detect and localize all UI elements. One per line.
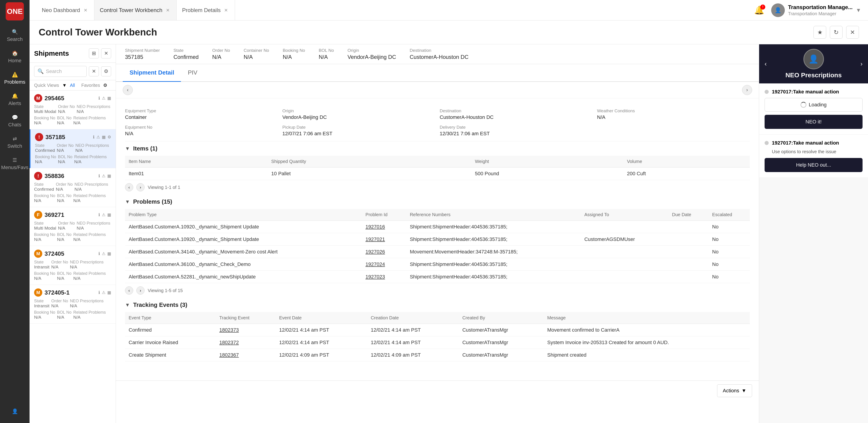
event-date-cell: 12/02/21 4:14 am PST bbox=[276, 324, 367, 336]
problem-id-cell[interactable]: 1927024 bbox=[362, 258, 406, 271]
order-no-label: Order No bbox=[212, 48, 230, 53]
shipment-search-input[interactable]: 🔍 Search bbox=[34, 66, 87, 77]
notification-badge: ! bbox=[760, 4, 765, 9]
field-equipment-no: Equipment No N/A bbox=[125, 125, 278, 137]
shipment-id: 357185 bbox=[45, 134, 65, 141]
menus-icon: ☰ bbox=[12, 157, 17, 163]
creation-date-cell: 12/02/21 4:14 am PST bbox=[367, 324, 459, 336]
star-button[interactable]: ★ bbox=[813, 26, 826, 39]
main-area: Control Tower Workbench ★ ↻ ✕ Shipments … bbox=[30, 21, 868, 423]
problems-section-header[interactable]: ▼ Problems (15) bbox=[125, 194, 750, 209]
tracking-table: Event Type Tracking Event Event Date Cre… bbox=[125, 312, 750, 361]
col-shipped-qty: Shipped Quantity bbox=[268, 156, 471, 168]
tab-control-workbench[interactable]: Control Tower Workbench ✕ bbox=[94, 0, 177, 20]
shipment-list-item-358836[interactable]: ! 358836 ℹ ⚠ ▦ StateConfirmed Order NoN/… bbox=[30, 168, 116, 207]
shipment-item-icons: ℹ ⚠ ▦ bbox=[98, 290, 111, 295]
sidebar-item-problems[interactable]: ⚠️ Problems bbox=[0, 68, 30, 89]
field-weather: Weather Conditions N/A bbox=[597, 109, 750, 120]
help-neo-button[interactable]: Help NEO out... bbox=[765, 158, 863, 172]
close-button[interactable]: ✕ bbox=[846, 26, 859, 39]
tab-shipment-detail[interactable]: Shipment Detail bbox=[123, 64, 181, 82]
search-icon: 🔍 bbox=[37, 68, 44, 74]
shipment-badge: M bbox=[34, 249, 42, 258]
notifications-btn[interactable]: 🔔 ! bbox=[754, 5, 764, 15]
shipments-panel: Shipments ⊞ ✕ 🔍 Search ✕ ⚙ Quick Views ▼ bbox=[30, 44, 116, 423]
actions-button[interactable]: Actions ▼ bbox=[717, 384, 752, 397]
close-shipments-button[interactable]: ✕ bbox=[101, 49, 111, 58]
info-order-no: Order No N/A bbox=[212, 48, 230, 60]
chevron-down-icon: ▼ bbox=[62, 83, 67, 88]
prev-arrow[interactable]: ‹ bbox=[123, 85, 133, 95]
problem-id-cell[interactable]: 1927023 bbox=[362, 271, 406, 283]
tab-label: Problem Details bbox=[182, 7, 220, 13]
neo-loading-button[interactable]: Loading bbox=[765, 98, 863, 112]
tracking-section-header[interactable]: ▼ Tracking Events (3) bbox=[125, 298, 750, 312]
filter-options-button[interactable]: ⚙ bbox=[101, 66, 111, 77]
volume-cell: 200 Cuft bbox=[623, 168, 750, 180]
problems-pagination-text: Viewing 1-5 of 15 bbox=[148, 288, 183, 293]
sidebar-item-home[interactable]: 🏠 Home bbox=[0, 47, 30, 68]
user-name: Transportation Manage... bbox=[788, 4, 852, 11]
booking-no-value: N/A bbox=[283, 54, 305, 60]
shipment-list-item-295465[interactable]: M 295465 ℹ ⚠ ▦ StateMulti Modal Order No… bbox=[30, 90, 116, 129]
items-next-btn[interactable]: › bbox=[136, 183, 145, 191]
filter-icon: ⚙ bbox=[103, 83, 107, 88]
problem-type-cell: AlertBased.CustomerA.10920._dynamic_Ship… bbox=[125, 221, 362, 233]
refresh-button[interactable]: ↻ bbox=[830, 26, 842, 39]
clear-search-button[interactable]: ✕ bbox=[89, 66, 99, 77]
tab-problem-details[interactable]: Problem Details ✕ bbox=[177, 0, 235, 20]
neo-it-button[interactable]: NEO it! bbox=[765, 115, 863, 129]
shipment-list-item-369271[interactable]: F 369271 ℹ ⚠ ▦ StateMulti Modal Order No… bbox=[30, 207, 116, 246]
user-menu[interactable]: 👤 Transportation Manage... Transportatio… bbox=[771, 3, 861, 17]
tab-close-neo-dashboard[interactable]: ✕ bbox=[82, 7, 89, 13]
exclamation-icon: ⚠ bbox=[102, 251, 105, 256]
problem-id-cell[interactable]: 1927016 bbox=[362, 221, 406, 233]
next-arrow[interactable]: › bbox=[742, 85, 752, 95]
sidebar-item-label: Menus/Favs bbox=[1, 164, 28, 171]
problem-id-cell[interactable]: 1927026 bbox=[362, 246, 406, 258]
tracking-toggle-icon: ▼ bbox=[125, 302, 130, 308]
sidebar-item-chats[interactable]: 💬 Chats bbox=[0, 111, 30, 132]
items-prev-btn[interactable]: ‹ bbox=[125, 183, 133, 191]
neo-next-btn[interactable]: › bbox=[861, 60, 863, 67]
field-pickup-date: Pickup Date 12/07/21 7:06 am EST bbox=[282, 125, 435, 137]
tracking-event-cell[interactable]: 1802372 bbox=[216, 336, 276, 349]
reference-numbers-cell: Shipment:ShipmentHeader:404536:357185; bbox=[406, 271, 581, 283]
origin-value: VendorA-Beijing DC bbox=[347, 54, 396, 60]
sidebar-item-menus-favs[interactable]: ☰ Menus/Favs bbox=[0, 153, 30, 175]
page-title: Control Tower Workbench bbox=[39, 27, 157, 38]
sidebar-item-search[interactable]: 🔍 Search bbox=[0, 25, 30, 47]
tab-piv[interactable]: PIV bbox=[181, 64, 204, 82]
problems-prev-btn[interactable]: ‹ bbox=[125, 286, 133, 295]
sidebar-item-alerts[interactable]: 🔔 Alerts bbox=[0, 89, 30, 111]
problems-next-btn[interactable]: › bbox=[136, 286, 145, 295]
neo-msg2-dot bbox=[765, 141, 769, 145]
tab-close-problem-details[interactable]: ✕ bbox=[223, 7, 229, 13]
shipment-id: 372405-1 bbox=[44, 289, 69, 296]
filter-button[interactable]: ⊞ bbox=[89, 49, 99, 58]
table-row: AlertBased.CustomerA.36100._dynamic_Chec… bbox=[125, 258, 750, 271]
shipment-list-item-372405-1[interactable]: M 372405-1 ℹ ⚠ ▦ StateIntransit Order No… bbox=[30, 285, 116, 324]
detail-grid: Equipment Type Container Origin VendorA-… bbox=[125, 104, 750, 141]
equipment-type-label: Equipment Type bbox=[125, 109, 278, 114]
settings-icon: ⚙ bbox=[107, 134, 111, 140]
shipment-list-item-372405[interactable]: M 372405 ℹ ⚠ ▦ StateIntransit Order NoN/… bbox=[30, 246, 116, 285]
created-by-cell: CustomerATransMgr bbox=[459, 349, 544, 361]
tab-neo-dashboard[interactable]: Neo Dashboard ✕ bbox=[36, 0, 94, 20]
switch-icon: ⇄ bbox=[13, 136, 17, 142]
neo-prev-btn[interactable]: ‹ bbox=[765, 60, 767, 67]
sidebar-item-switch[interactable]: ⇄ Switch bbox=[0, 132, 30, 153]
col-event-type: Event Type bbox=[125, 312, 216, 324]
due-date-cell bbox=[669, 246, 709, 258]
sidebar-item-profile[interactable]: 👤 bbox=[9, 404, 20, 419]
problem-id-cell[interactable]: 1927021 bbox=[362, 233, 406, 246]
equipment-no-value: N/A bbox=[125, 131, 278, 137]
col-problem-id: Problem Id bbox=[362, 209, 406, 221]
tab-close-workbench[interactable]: ✕ bbox=[164, 7, 171, 13]
shipment-list-item-357185[interactable]: ! 357185 ℹ ⚠ ▦ ⚙ StateConfirmed Order No… bbox=[30, 129, 116, 168]
tracking-event-cell[interactable]: 1802367 bbox=[216, 349, 276, 361]
info-origin: Origin VendorA-Beijing DC bbox=[347, 48, 396, 60]
items-section-header[interactable]: ▼ Items (1) bbox=[125, 141, 750, 156]
neo-header: ‹ 👤 NEO Prescriptions › bbox=[759, 44, 868, 83]
tracking-event-cell[interactable]: 1802373 bbox=[216, 324, 276, 336]
